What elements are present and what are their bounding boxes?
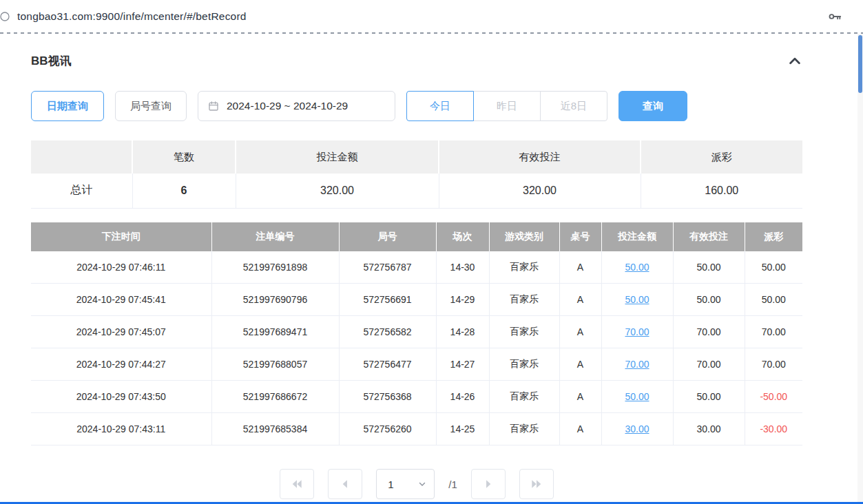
table-row: 2024-10-29 07:46:11521997691898572756787… bbox=[31, 251, 802, 284]
cell-round-no: 572756787 bbox=[339, 251, 436, 284]
bet-amount-link[interactable]: 70.00 bbox=[625, 326, 649, 337]
summary-table: 笔数 投注金额 有效投注 派彩 总计 6 320.00 320.00 160.0… bbox=[31, 140, 802, 209]
cell-game-type: 百家乐 bbox=[489, 381, 559, 413]
cell-order-no: 521997688057 bbox=[211, 348, 339, 381]
page-select[interactable]: 1 bbox=[376, 469, 435, 499]
cell-payout: -30.00 bbox=[745, 413, 802, 445]
cell-valid-bet: 30.00 bbox=[673, 413, 745, 445]
date-range-value: 2024-10-29 ~ 2024-10-29 bbox=[227, 100, 348, 112]
cell-round-no: 572756368 bbox=[339, 381, 436, 413]
scrollbar-thumb[interactable] bbox=[858, 35, 862, 93]
summary-header-row: 笔数 投注金额 有效投注 派彩 bbox=[31, 140, 802, 174]
date-query-tab[interactable]: 日期查询 bbox=[31, 91, 104, 121]
header-round-no: 局号 bbox=[339, 222, 436, 251]
table-row: 2024-10-29 07:43:50521997686672572756368… bbox=[31, 381, 802, 413]
cell-table-no: A bbox=[559, 381, 601, 413]
cell-time: 2024-10-29 07:43:11 bbox=[31, 413, 211, 445]
date-range-input[interactable]: 2024-10-29 ~ 2024-10-29 bbox=[198, 91, 395, 121]
cell-session: 14-27 bbox=[436, 348, 489, 381]
cell-round-no: 572756691 bbox=[339, 284, 436, 316]
last-8-days-button[interactable]: 近8日 bbox=[540, 91, 607, 121]
bet-record-panel: BB视讯 日期查询 局号查询 2024-10-29 ~ 2024-10-29 今… bbox=[0, 53, 863, 499]
cell-session: 14-29 bbox=[436, 284, 489, 316]
cell-time: 2024-10-29 07:46:11 bbox=[31, 251, 211, 284]
cell-game-type: 百家乐 bbox=[489, 413, 559, 445]
table-row: 2024-10-29 07:44:27521997688057572756477… bbox=[31, 348, 802, 381]
cell-session: 14-25 bbox=[436, 413, 489, 445]
table-row: 2024-10-29 07:43:11521997685384572756260… bbox=[31, 413, 802, 445]
cell-order-no: 521997690796 bbox=[211, 284, 339, 316]
header-payout: 派彩 bbox=[745, 222, 802, 251]
cell-round-no: 572756260 bbox=[339, 413, 436, 445]
summary-count: 6 bbox=[132, 174, 236, 208]
summary-total-label: 总计 bbox=[31, 174, 132, 208]
scrollbar[interactable] bbox=[857, 34, 863, 502]
header-table-no: 桌号 bbox=[559, 222, 601, 251]
cell-time: 2024-10-29 07:45:07 bbox=[31, 316, 211, 348]
cell-session: 14-26 bbox=[436, 381, 489, 413]
key-icon[interactable] bbox=[827, 9, 842, 24]
pagination: 1 /1 bbox=[31, 469, 802, 499]
cell-bet-amount: 50.00 bbox=[601, 251, 673, 284]
cell-time: 2024-10-29 07:45:41 bbox=[31, 284, 211, 316]
bet-amount-link[interactable]: 50.00 bbox=[625, 262, 649, 273]
bet-amount-link[interactable]: 30.00 bbox=[625, 423, 649, 434]
records-tbody: 2024-10-29 07:46:11521997691898572756787… bbox=[31, 251, 802, 445]
header-order-no: 注单编号 bbox=[211, 222, 339, 251]
bet-amount-link[interactable]: 70.00 bbox=[625, 359, 649, 370]
cell-table-no: A bbox=[559, 284, 601, 316]
yesterday-button[interactable]: 昨日 bbox=[473, 91, 541, 121]
cell-order-no: 521997685384 bbox=[211, 413, 339, 445]
cell-payout: 50.00 bbox=[745, 284, 802, 316]
cell-payout: 70.00 bbox=[745, 348, 802, 381]
page-select-value: 1 bbox=[388, 479, 393, 490]
cell-valid-bet: 70.00 bbox=[673, 316, 745, 348]
cell-order-no: 521997686672 bbox=[211, 381, 339, 413]
prev-page-button[interactable] bbox=[328, 469, 362, 499]
cell-table-no: A bbox=[559, 413, 601, 445]
cell-game-type: 百家乐 bbox=[489, 284, 559, 316]
chevron-down-icon bbox=[417, 479, 427, 489]
cell-payout: -50.00 bbox=[745, 381, 802, 413]
records-header-row: 下注时间 注单编号 局号 场次 游戏类别 桌号 投注金额 有效投注 派彩 bbox=[31, 222, 802, 251]
cell-valid-bet: 50.00 bbox=[673, 381, 745, 413]
header-session: 场次 bbox=[436, 222, 489, 251]
calendar-icon bbox=[208, 101, 219, 112]
today-button[interactable]: 今日 bbox=[406, 91, 474, 121]
cell-game-type: 百家乐 bbox=[489, 348, 559, 381]
cell-order-no: 521997689471 bbox=[211, 316, 339, 348]
first-page-button[interactable] bbox=[280, 469, 314, 499]
cell-order-no: 521997691898 bbox=[211, 251, 339, 284]
cell-bet-amount: 50.00 bbox=[601, 284, 673, 316]
cell-valid-bet: 70.00 bbox=[673, 348, 745, 381]
header-bet-amount: 投注金额 bbox=[601, 222, 673, 251]
bet-amount-link[interactable]: 50.00 bbox=[625, 391, 649, 402]
cell-bet-amount: 70.00 bbox=[601, 316, 673, 348]
records-table: 下注时间 注单编号 局号 场次 游戏类别 桌号 投注金额 有效投注 派彩 202… bbox=[31, 222, 802, 446]
summary-header-valid-bet: 有效投注 bbox=[439, 140, 641, 174]
table-row: 2024-10-29 07:45:07521997689471572756582… bbox=[31, 316, 802, 348]
summary-valid-bet: 320.00 bbox=[439, 174, 641, 208]
summary-header-payout: 派彩 bbox=[641, 140, 802, 174]
cell-session: 14-28 bbox=[436, 316, 489, 348]
total-pages-label: /1 bbox=[448, 479, 457, 490]
search-button[interactable]: 查询 bbox=[618, 91, 687, 121]
cell-round-no: 572756582 bbox=[339, 316, 436, 348]
header-bet-time: 下注时间 bbox=[31, 222, 211, 251]
cell-bet-amount: 30.00 bbox=[601, 413, 673, 445]
next-page-button[interactable] bbox=[471, 469, 506, 499]
table-row: 2024-10-29 07:45:41521997690796572756691… bbox=[31, 284, 802, 316]
page-title: BB视讯 bbox=[31, 53, 72, 69]
header-valid-bet: 有效投注 bbox=[673, 222, 745, 251]
bet-amount-link[interactable]: 50.00 bbox=[625, 294, 649, 305]
filter-row: 日期查询 局号查询 2024-10-29 ~ 2024-10-29 今日 昨日 … bbox=[31, 91, 802, 121]
summary-header-empty bbox=[31, 140, 132, 174]
cell-time: 2024-10-29 07:43:50 bbox=[31, 381, 211, 413]
browser-url-bar[interactable]: tongbao31.com:9900/infe/mcenter/#/betRec… bbox=[0, 0, 863, 32]
last-page-button[interactable] bbox=[519, 469, 554, 499]
collapse-button[interactable] bbox=[787, 54, 802, 69]
summary-bet-amount: 320.00 bbox=[236, 174, 439, 208]
round-query-tab[interactable]: 局号查询 bbox=[115, 91, 187, 121]
summary-header-bet-amount: 投注金额 bbox=[236, 140, 439, 174]
url-text: tongbao31.com:9900/infe/mcenter/#/betRec… bbox=[17, 10, 247, 23]
